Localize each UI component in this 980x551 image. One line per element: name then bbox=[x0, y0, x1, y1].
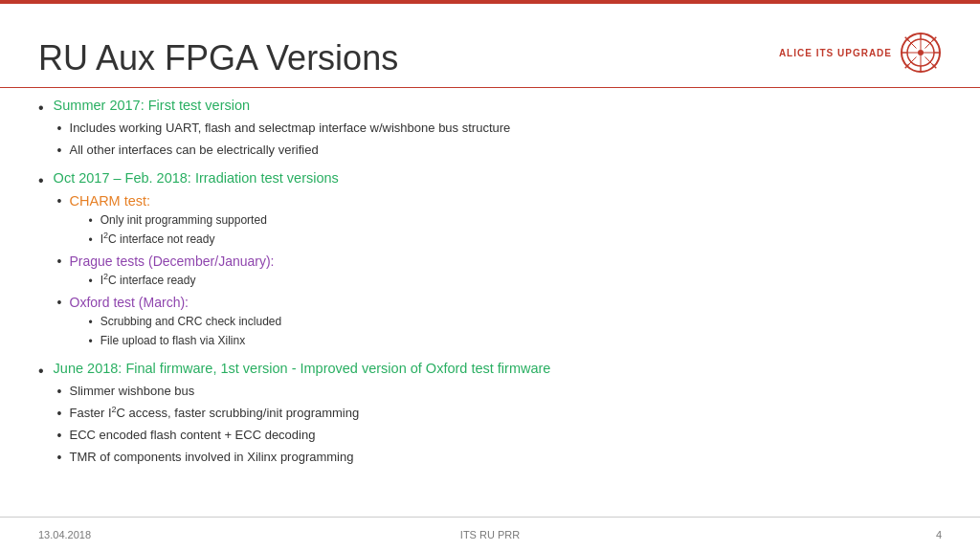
heading-summer2017: Summer 2017: First test version bbox=[54, 98, 251, 113]
text-upload: File upload to flash via Xilinx bbox=[100, 332, 245, 349]
sub-bullet-wishbone: • Slimmer wishbone bus bbox=[57, 382, 942, 402]
bullet-oct2017: • Oct 2017 – Feb. 2018: Irradiation test… bbox=[38, 168, 942, 354]
header: RU Aux FPGA Versions ALICE ITS UPGRADE bbox=[0, 4, 980, 88]
sub-bullet-i2c-access: • Faster I2C access, faster scrubbing/in… bbox=[57, 404, 942, 424]
oxford-sub: • Scrubbing and CRC check included • Fil… bbox=[70, 313, 282, 350]
sub-bullet-ecc: • ECC encoded flash content + ECC decodi… bbox=[57, 426, 942, 446]
text-wishbone: Slimmer wishbone bus bbox=[70, 382, 195, 401]
dot2-2: • bbox=[57, 141, 62, 161]
dot3-scrubbing: • bbox=[89, 314, 93, 331]
svg-point-2 bbox=[918, 50, 924, 55]
text-init: Only init programming supported bbox=[100, 211, 267, 229]
charm-sub: • Only init programming supported • I2C … bbox=[70, 211, 267, 249]
dot2-tmr: • bbox=[57, 448, 62, 468]
dot3-i2c-prague: • bbox=[89, 273, 93, 290]
sub-bullet-prague: • Prague tests (December/January): • I2C… bbox=[57, 252, 942, 291]
slide: RU Aux FPGA Versions ALICE ITS UPGRADE bbox=[0, 0, 980, 551]
dot2-ecc: • bbox=[57, 426, 62, 446]
sub-bullet-uart: • Includes working UART, flash and selec… bbox=[57, 119, 942, 139]
sub-bullets-june2018: • Slimmer wishbone bus • Faster I2C acce… bbox=[57, 382, 942, 468]
text-i2c-prague: I2C interface ready bbox=[100, 272, 196, 289]
dot3-init: • bbox=[89, 212, 93, 230]
bullet-june2018-block: June 2018: Final firmware, 1st version -… bbox=[54, 359, 942, 470]
dot2-prague: • bbox=[57, 252, 62, 272]
bullet-summer2017-block: Summer 2017: First test version • Includ… bbox=[54, 96, 942, 163]
dot2-i2c-access: • bbox=[57, 404, 62, 424]
sub-text-uart: Includes working UART, flash and selectm… bbox=[70, 119, 511, 138]
sub-bullet-oxford: • Oxford test (March): • Scrubbing and C… bbox=[57, 293, 942, 351]
sub-bullet-charm: • CHARM test: • Only init programming su… bbox=[57, 191, 942, 251]
sub-bullets-oct2017: • CHARM test: • Only init programming su… bbox=[57, 191, 942, 352]
footer-date: 13.04.2018 bbox=[38, 529, 340, 540]
bullet-oct2017-block: Oct 2017 – Feb. 2018: Irradiation test v… bbox=[54, 168, 942, 354]
text-i2c-charm: I2C interface not ready bbox=[100, 231, 215, 248]
sub-bullet-interfaces: • All other interfaces can be electrical… bbox=[57, 141, 942, 161]
heading-june2018: June 2018: Final firmware, 1st version -… bbox=[54, 361, 551, 376]
footer: 13.04.2018 ITS RU PRR 4 bbox=[0, 517, 980, 551]
bullet-i2c-prague: • I2C interface ready bbox=[89, 272, 275, 290]
bullet-init: • Only init programming supported bbox=[89, 211, 267, 230]
dot3-upload: • bbox=[89, 333, 93, 350]
logo-emblem-icon bbox=[900, 32, 942, 74]
sub-text-interfaces: All other interfaces can be electrically… bbox=[70, 141, 319, 160]
bullet-dot-3: • bbox=[38, 360, 44, 383]
heading-oct2017: Oct 2017 – Feb. 2018: Irradiation test v… bbox=[54, 170, 339, 186]
footer-title: ITS RU PRR bbox=[340, 529, 641, 540]
heading-prague: Prague tests (December/January): bbox=[70, 253, 275, 269]
slide-title: RU Aux FPGA Versions bbox=[38, 39, 779, 77]
dot3-i2c-charm: • bbox=[89, 231, 93, 249]
bullet-summer2017: • Summer 2017: First test version • Incl… bbox=[38, 96, 942, 163]
text-scrubbing: Scrubbing and CRC check included bbox=[100, 313, 281, 330]
bullet-dot-2: • bbox=[38, 169, 44, 192]
content-area: • Summer 2017: First test version • Incl… bbox=[38, 96, 942, 509]
logo-text: ALICE ITS UPGRADE bbox=[779, 47, 892, 59]
text-i2c-access: Faster I2C access, faster scrubbing/init… bbox=[70, 404, 360, 423]
dot2-charm: • bbox=[57, 191, 62, 211]
prague-block: Prague tests (December/January): • I2C i… bbox=[70, 252, 275, 291]
dot2-wishbone: • bbox=[57, 382, 62, 402]
text-tmr: TMR of components involved in Xilinx pro… bbox=[70, 448, 354, 467]
bullet-june2018: • June 2018: Final firmware, 1st version… bbox=[38, 359, 942, 470]
dot2-oxford: • bbox=[57, 293, 62, 313]
logo-area: ALICE ITS UPGRADE bbox=[779, 32, 942, 77]
charm-block: CHARM test: • Only init programming supp… bbox=[70, 191, 267, 251]
dot2-1: • bbox=[57, 119, 62, 139]
prague-sub: • I2C interface ready bbox=[70, 272, 275, 290]
heading-charm: CHARM test: bbox=[70, 193, 151, 209]
bullet-dot-1: • bbox=[38, 97, 44, 120]
bullet-i2c-charm: • I2C interface not ready bbox=[89, 231, 267, 249]
bullet-upload: • File upload to flash via Xilinx bbox=[89, 332, 282, 350]
sub-bullet-tmr: • TMR of components involved in Xilinx p… bbox=[57, 448, 942, 468]
text-ecc: ECC encoded flash content + ECC decoding bbox=[70, 426, 316, 445]
heading-oxford: Oxford test (March): bbox=[70, 295, 189, 310]
footer-page: 4 bbox=[640, 529, 942, 540]
sub-bullets-summer2017: • Includes working UART, flash and selec… bbox=[57, 119, 942, 161]
bullet-scrubbing: • Scrubbing and CRC check included bbox=[89, 313, 282, 331]
oxford-block: Oxford test (March): • Scrubbing and CRC… bbox=[70, 293, 282, 351]
